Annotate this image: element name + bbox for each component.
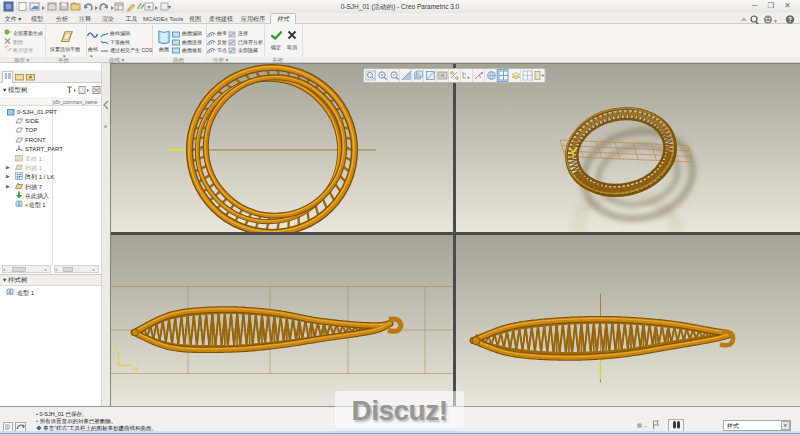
svg-text:V: V [114,344,119,351]
svg-text:H: H [133,366,138,373]
svg-text:?: ? [788,16,792,23]
